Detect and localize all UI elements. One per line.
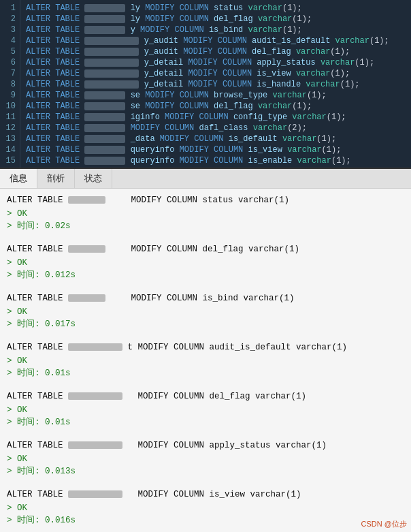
result-statement-7: ALTER TABLE MODIFY COLUMN is_view varcha… [7,488,404,501]
result-ok-6: > OK [7,453,404,465]
result-block-6: ALTER TABLE MODIFY COLUMN apply_status v… [7,439,404,478]
result-time-5: > 时间: 0.01s [7,416,404,428]
result-time-1: > 时间: 0.02s [7,220,404,232]
code-line-9: ALTER TABLE se MODIFY COLUMN browse_type… [26,90,406,101]
result-block-1: ALTER TABLE MODIFY COLUMN status varchar… [7,194,404,232]
line-num-5: 5 [3,46,16,57]
result-ok-3: > OK [7,306,404,318]
line-num-8: 8 [3,79,16,90]
line-num-6: 6 [3,57,16,68]
code-line-6: ALTER TABLE y_detail MODIFY COLUMN apply… [26,57,406,68]
line-num-14: 14 [3,144,16,155]
result-statement-6: ALTER TABLE MODIFY COLUMN apply_status v… [7,439,404,452]
result-statement-2: ALTER TABLE MODIFY COLUMN del_flag varch… [7,243,404,255]
line-num-12: 12 [3,123,16,134]
result-time-6: > 时间: 0.013s [7,465,404,478]
results-content[interactable]: ALTER TABLE MODIFY COLUMN status varchar… [0,189,411,532]
tab-status[interactable]: 状态 [75,169,112,188]
code-line-2: ALTER TABLE ly MODIFY COLUMN del_flag va… [26,14,406,25]
line-num-1: 1 [3,3,16,14]
result-ok-4: > OK [7,355,404,367]
result-statement-4: ALTER TABLE t MODIFY COLUMN audit_is_def… [7,341,404,354]
line-num-4: 4 [3,35,16,46]
result-block-7: ALTER TABLE MODIFY COLUMN is_view varcha… [7,488,404,527]
line-num-11: 11 [3,112,16,123]
line-num-3: 3 [3,25,16,35]
result-block-2: ALTER TABLE MODIFY COLUMN del_flag varch… [7,243,404,281]
result-ok-7: > OK [7,502,404,514]
result-ok-5: > OK [7,404,404,416]
code-line-4: ALTER TABLE y_audit MODIFY COLUMN audit_… [26,35,406,46]
code-line-8: ALTER TABLE y_detail MODIFY COLUMN is_ha… [26,79,406,90]
line-num-7: 7 [3,68,16,79]
code-line-13: ALTER TABLE _data MODIFY COLUMN is_defau… [26,134,406,144]
result-time-4: > 时间: 0.01s [7,367,404,379]
tab-info[interactable]: 信息 [0,169,37,188]
code-line-15: ALTER TABLE queryinfo MODIFY COLUMN is_e… [26,155,406,166]
code-line-10: ALTER TABLE se MODIFY COLUMN del_flag va… [26,101,406,112]
code-line-1: ALTER TABLE ly MODIFY COLUMN status varc… [26,3,406,14]
line-numbers: 1 2 3 4 5 6 7 8 9 10 11 12 13 14 15 16 1… [0,0,20,168]
result-statement-3: ALTER TABLE MODIFY COLUMN is_bind varcha… [7,292,404,304]
code-editor: 1 2 3 4 5 6 7 8 9 10 11 12 13 14 15 16 1… [0,0,411,169]
code-line-16: ALTER TABLE queryinfo MODIFY COLUMN is_t… [26,166,406,168]
code-line-3: ALTER TABLE y MODIFY COLUMN is_bind varc… [26,25,406,35]
result-block-4: ALTER TABLE t MODIFY COLUMN audit_is_def… [7,341,404,379]
result-ok-2: > OK [7,257,404,269]
result-time-3: > 时间: 0.017s [7,318,404,330]
line-num-2: 2 [3,14,16,25]
result-statement-1: ALTER TABLE MODIFY COLUMN status varchar… [7,194,404,206]
result-block-3: ALTER TABLE MODIFY COLUMN is_bind varcha… [7,292,404,330]
result-block-5: ALTER TABLE MODIFY COLUMN del_flag varch… [7,390,404,428]
tab-profile[interactable]: 剖析 [37,169,75,188]
results-panel: 信息 剖析 状态 ALTER TABLE MODIFY COLUMN statu… [0,169,411,532]
result-time-2: > 时间: 0.012s [7,269,404,281]
code-line-5: ALTER TABLE y_audit MODIFY COLUMN del_fl… [26,46,406,57]
code-content[interactable]: ALTER TABLE ly MODIFY COLUMN status varc… [20,0,411,168]
code-line-11: ALTER TABLE iginfo MODIFY COLUMN config_… [26,112,406,123]
code-line-7: ALTER TABLE y_detail MODIFY COLUMN is_vi… [26,68,406,79]
line-num-13: 13 [3,134,16,144]
line-num-9: 9 [3,90,16,101]
results-tabs: 信息 剖析 状态 [0,169,411,189]
line-num-15: 15 [3,155,16,166]
watermark: CSDN @位步 [361,519,407,529]
code-line-12: ALTER TABLE MODIFY COLUMN dafl_class var… [26,123,406,134]
result-ok-1: > OK [7,208,404,220]
result-time-7: > 时间: 0.016s [7,514,404,527]
result-statement-5: ALTER TABLE MODIFY COLUMN del_flag varch… [7,390,404,403]
code-line-14: ALTER TABLE queryinfo MODIFY COLUMN is_v… [26,144,406,155]
line-num-10: 10 [3,101,16,112]
